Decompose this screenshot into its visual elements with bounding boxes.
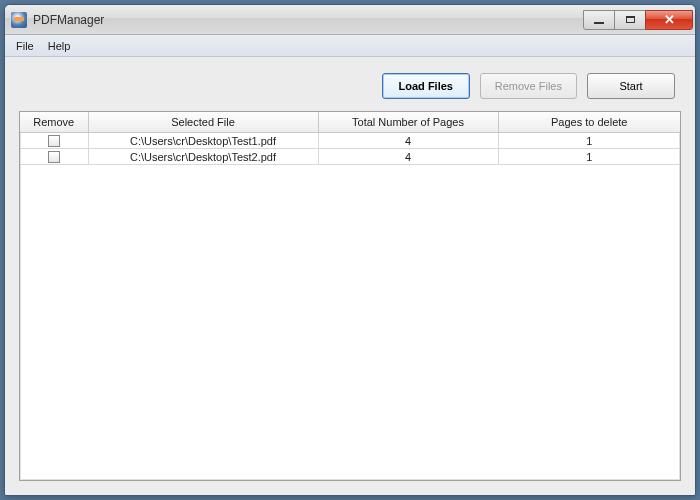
close-icon: ✕ — [664, 13, 675, 26]
toolbar: Load Files Remove Files Start — [19, 67, 681, 111]
cell-remove[interactable] — [20, 133, 88, 149]
start-button[interactable]: Start — [587, 73, 675, 99]
app-window: PDFManager ✕ File Help Load Files Remove… — [4, 4, 696, 496]
minimize-icon — [594, 22, 604, 24]
checkbox-icon[interactable] — [48, 151, 60, 163]
file-table-container: Remove Selected File Total Number of Pag… — [19, 111, 681, 481]
menubar: File Help — [5, 35, 695, 57]
cell-delete[interactable]: 1 — [498, 133, 680, 149]
cell-remove[interactable] — [20, 149, 88, 165]
window-controls: ✕ — [584, 10, 693, 30]
col-header-pages[interactable]: Total Number of Pages — [318, 112, 498, 133]
titlebar[interactable]: PDFManager ✕ — [5, 5, 695, 35]
table-header-row: Remove Selected File Total Number of Pag… — [20, 112, 680, 133]
close-button[interactable]: ✕ — [645, 10, 693, 30]
maximize-button[interactable] — [614, 10, 646, 30]
cell-pages[interactable]: 4 — [318, 133, 498, 149]
minimize-button[interactable] — [583, 10, 615, 30]
menu-help[interactable]: Help — [41, 38, 78, 54]
file-table: Remove Selected File Total Number of Pag… — [20, 112, 680, 165]
col-header-delete[interactable]: Pages to delete — [498, 112, 680, 133]
table-row[interactable]: C:\Users\cr\Desktop\Test2.pdf 4 1 — [20, 149, 680, 165]
cell-file[interactable]: C:\Users\cr\Desktop\Test2.pdf — [88, 149, 318, 165]
col-header-file[interactable]: Selected File — [88, 112, 318, 133]
checkbox-icon[interactable] — [48, 135, 60, 147]
remove-files-button[interactable]: Remove Files — [480, 73, 577, 99]
cell-pages[interactable]: 4 — [318, 149, 498, 165]
col-header-remove[interactable]: Remove — [20, 112, 88, 133]
content-area: Load Files Remove Files Start Remove Sel… — [5, 57, 695, 495]
cell-delete[interactable]: 1 — [498, 149, 680, 165]
cell-file[interactable]: C:\Users\cr\Desktop\Test1.pdf — [88, 133, 318, 149]
java-app-icon — [11, 12, 27, 28]
table-row[interactable]: C:\Users\cr\Desktop\Test1.pdf 4 1 — [20, 133, 680, 149]
menu-file[interactable]: File — [9, 38, 41, 54]
window-title: PDFManager — [33, 13, 584, 27]
maximize-icon — [626, 16, 635, 23]
load-files-button[interactable]: Load Files — [382, 73, 470, 99]
